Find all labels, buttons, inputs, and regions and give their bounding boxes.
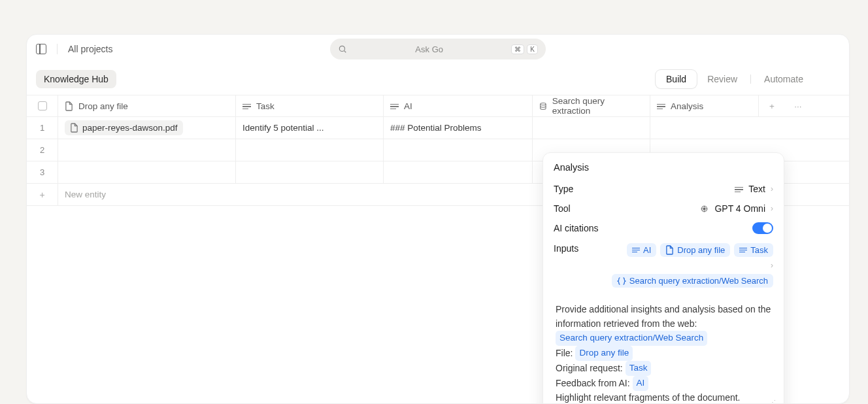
file-name: paper-reyes-dawson.pdf xyxy=(82,123,178,133)
braces-icon xyxy=(617,277,626,285)
prompt-token-ai: AI xyxy=(633,376,649,391)
cell-file[interactable] xyxy=(58,161,236,183)
cell-ai[interactable]: ### Potential Problems xyxy=(384,117,533,139)
new-entity-placeholder: New entity xyxy=(65,190,106,199)
openai-icon xyxy=(699,204,709,214)
table-row[interactable]: 1 paper-reyes-dawson.pdf Identify 5 pote… xyxy=(27,117,849,139)
divider xyxy=(57,44,58,54)
input-chip-sq[interactable]: Search query extraction/Web Search xyxy=(612,274,773,288)
header-ai-label: AI xyxy=(404,101,412,111)
column-more-button[interactable]: ··· xyxy=(785,95,811,116)
file-icon xyxy=(70,123,78,133)
header-sq-label: Search query extraction xyxy=(552,96,643,116)
cell-file[interactable]: paper-reyes-dawson.pdf xyxy=(58,117,236,139)
knowledge-hub-chip[interactable]: Knowledge Hub xyxy=(36,70,116,88)
file-icon xyxy=(65,101,73,111)
ai-text: ### Potential Problems xyxy=(390,123,482,133)
popover-title: Analysis xyxy=(543,153,784,179)
inputs-row: Inputs AI Drop any file Task › xyxy=(543,238,784,274)
search-shortcut: ⌘ K xyxy=(511,44,538,54)
shortcut-key: K xyxy=(527,44,538,54)
prompt-textarea[interactable]: Provide additional insights and analysis… xyxy=(548,297,778,404)
chevron-right-icon: › xyxy=(771,204,773,213)
inputs-label: Inputs xyxy=(554,243,578,254)
grid-header: Drop any file Task AI Search query extra… xyxy=(27,95,849,117)
tab-review[interactable]: Review xyxy=(697,70,748,88)
prompt-token-file: Drop any file xyxy=(575,346,633,361)
tab-build[interactable]: Build xyxy=(656,70,697,88)
text-icon xyxy=(632,247,640,254)
search-icon xyxy=(338,44,347,54)
cell-task[interactable]: Identify 5 potential ... xyxy=(236,117,384,139)
input-chip-ai[interactable]: AI xyxy=(627,243,656,257)
analysis-popover: Analysis Type Text › Tool GPT 4 Omni › A… xyxy=(542,152,784,404)
task-text: Identify 5 potential ... xyxy=(242,123,324,133)
breadcrumb[interactable]: All projects xyxy=(68,44,112,54)
add-row-icon: + xyxy=(27,184,58,205)
tool-row[interactable]: Tool GPT 4 Omni › xyxy=(543,199,784,218)
resize-handle-icon[interactable]: ⋰ xyxy=(769,397,774,404)
prompt-line: Feedback from AI: xyxy=(556,377,630,391)
svg-line-1 xyxy=(344,51,346,53)
file-chip[interactable]: paper-reyes-dawson.pdf xyxy=(65,120,183,135)
text-icon xyxy=(390,103,399,110)
cell-analysis[interactable] xyxy=(650,117,759,139)
prompt-line: Highlight relevant fragments of the docu… xyxy=(556,391,741,404)
chip-label: Search query extraction/Web Search xyxy=(629,276,768,286)
header-select-all[interactable] xyxy=(27,95,58,116)
input-chip-file[interactable]: Drop any file xyxy=(660,243,730,257)
header-analysis[interactable]: Analysis xyxy=(650,95,759,116)
chip-label: Drop any file xyxy=(677,245,725,255)
cell-task[interactable] xyxy=(236,161,384,183)
prompt-token-sq: Search query extraction/Web Search xyxy=(556,331,707,346)
citations-label: AI citations xyxy=(554,223,598,233)
text-icon xyxy=(242,103,251,110)
prompt-line: File: xyxy=(556,346,573,361)
header-task-label: Task xyxy=(256,101,275,111)
app-window: All projects Ask Go ⌘ K Knowledge Hub Bu… xyxy=(26,34,850,404)
subbar: Knowledge Hub Build Review Automate xyxy=(27,63,849,95)
file-icon xyxy=(665,245,674,255)
svg-point-2 xyxy=(541,103,546,105)
input-chip-task[interactable]: Task xyxy=(734,243,773,257)
prompt-line: Provide additional insights and analysis… xyxy=(556,303,771,331)
add-column-button[interactable]: + xyxy=(759,95,785,116)
prompt-token-task: Task xyxy=(626,361,652,376)
svg-point-0 xyxy=(339,46,344,51)
cell-file[interactable] xyxy=(58,139,236,161)
cell-task[interactable] xyxy=(236,139,384,161)
header-search-query[interactable]: Search query extraction xyxy=(533,95,650,116)
type-row[interactable]: Type Text › xyxy=(543,179,784,199)
type-label: Type xyxy=(554,184,573,194)
tab-automate[interactable]: Automate xyxy=(754,70,814,88)
prompt-line: Original request: xyxy=(556,362,623,376)
search-placeholder: Ask Go xyxy=(347,44,511,54)
chip-label: Task xyxy=(750,245,768,255)
chevron-right-icon: › xyxy=(771,261,773,270)
header-ai[interactable]: AI xyxy=(384,95,533,116)
checkbox-icon xyxy=(38,101,47,110)
text-icon xyxy=(657,103,665,110)
header-task[interactable]: Task xyxy=(236,95,384,116)
search-input[interactable]: Ask Go ⌘ K xyxy=(330,39,546,59)
type-value: Text xyxy=(748,184,765,194)
row-number: 2 xyxy=(27,139,58,161)
text-icon xyxy=(735,186,743,193)
cell-sq[interactable] xyxy=(533,117,650,139)
ai-citations-toggle[interactable] xyxy=(752,222,773,234)
text-icon xyxy=(739,247,747,254)
sidebar-toggle-icon[interactable] xyxy=(36,44,46,54)
header-file-label: Drop any file xyxy=(78,101,128,111)
tool-value: GPT 4 Omni xyxy=(714,203,765,214)
database-icon xyxy=(539,102,547,110)
ai-citations-row: AI citations xyxy=(543,218,784,238)
header-analysis-label: Analysis xyxy=(671,101,703,111)
row-number: 1 xyxy=(27,117,58,139)
view-tabs: Build Review Automate xyxy=(656,70,814,88)
chip-label: AI xyxy=(643,245,651,255)
shortcut-mod: ⌘ xyxy=(511,44,524,54)
cell-ai[interactable] xyxy=(384,139,533,161)
tool-label: Tool xyxy=(554,203,571,214)
cell-ai[interactable] xyxy=(384,161,533,183)
header-file[interactable]: Drop any file xyxy=(58,95,236,116)
